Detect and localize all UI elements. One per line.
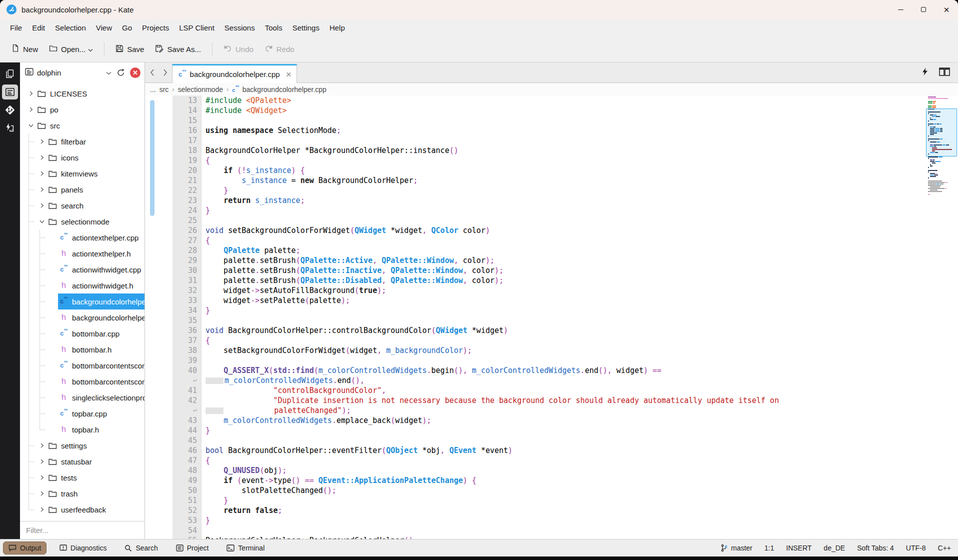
tree-item-bottombarcontentscont[interactable]: hbottombarcontentscont…	[20, 374, 144, 390]
tree-item-icons[interactable]: icons	[20, 150, 144, 166]
tree-item-bottombar-cpp[interactable]: c++bottombar.cpp	[20, 326, 144, 342]
chevron-right-icon[interactable]	[37, 187, 47, 192]
menu-item-help[interactable]: Help	[324, 22, 350, 34]
panel-button-output[interactable]: Output	[3, 542, 46, 554]
tree-item-userfeedback[interactable]: userfeedback	[20, 502, 144, 518]
chevron-right-icon[interactable]	[26, 91, 36, 96]
menu-item-edit[interactable]: Edit	[27, 22, 50, 34]
status-syntax-mode[interactable]: C++	[938, 544, 951, 552]
status-tab-settings[interactable]: Soft Tabs: 4	[857, 544, 894, 552]
chevron-right-icon[interactable]	[37, 507, 47, 512]
tree-item-tests[interactable]: tests	[20, 470, 144, 486]
close-project-button[interactable]: ✕	[130, 68, 140, 78]
menu-item-selection[interactable]: Selection	[50, 22, 91, 34]
tree-item-actiontexthelper-cpp[interactable]: c++actiontexthelper.cpp	[20, 230, 144, 246]
tree-item-search[interactable]: search	[20, 198, 144, 214]
minimap-scrollbar[interactable]	[928, 96, 955, 196]
tree-item-statusbar[interactable]: statusbar	[20, 454, 144, 470]
menu-item-view[interactable]: View	[91, 22, 117, 34]
status-cursor-position[interactable]: 1:1	[764, 544, 774, 552]
tree-item-selectionmode[interactable]: selectionmode	[20, 214, 144, 230]
tree-item-bottombarcontentscont[interactable]: c++bottombarcontentscont…	[20, 358, 144, 374]
status-encoding[interactable]: UTF-8	[906, 544, 926, 552]
tree-item-backgroundcolorhelper-h[interactable]: hbackgroundcolorhelper.h	[20, 310, 144, 326]
open-dropdown-chevron-icon[interactable]	[88, 45, 93, 54]
tab-backgroundcolorhelper[interactable]: c++ backgroundcolorhelper.cpp ×	[172, 64, 297, 83]
minimap-viewport[interactable]	[926, 108, 957, 156]
maximize-button[interactable]	[912, 0, 935, 19]
status-label: Soft Tabs: 4	[857, 544, 894, 552]
tree-item-po[interactable]: po	[20, 102, 144, 118]
menu-item-lsp-client[interactable]: LSP Client	[174, 22, 220, 34]
chevron-right-icon[interactable]	[37, 491, 47, 496]
menu-item-sessions[interactable]: Sessions	[220, 22, 260, 34]
status-dictionary[interactable]: de_DE	[824, 544, 845, 552]
status-git-branch[interactable]: master	[720, 544, 752, 552]
chevron-right-icon[interactable]	[26, 107, 36, 112]
history-forward-button[interactable]	[159, 65, 171, 80]
tree-item-actionwithwidget-h[interactable]: hactionwithwidget.h	[20, 278, 144, 294]
chevron-right-icon[interactable]	[37, 203, 47, 208]
chevron-right-icon[interactable]	[37, 155, 47, 160]
undo-button[interactable]: Undo	[219, 41, 258, 57]
menu-item-go[interactable]: Go	[117, 22, 137, 34]
quick-open-lightning-icon[interactable]	[922, 68, 928, 78]
panel-button-search[interactable]: Search	[120, 542, 162, 554]
status-input-mode[interactable]: INSERT	[786, 544, 812, 552]
rail-lsp-button[interactable]	[2, 120, 18, 136]
tab-close-icon[interactable]: ×	[286, 70, 292, 79]
chevron-right-icon[interactable]	[37, 459, 47, 464]
open-button[interactable]: Open...	[44, 41, 98, 57]
redo-button[interactable]: Redo	[260, 41, 299, 57]
rail-copy-button[interactable]	[2, 66, 18, 82]
filter-input[interactable]	[25, 526, 140, 535]
breadcrumb-segment-src[interactable]: src	[160, 86, 169, 94]
split-view-icon[interactable]	[939, 68, 950, 78]
panel-button-terminal[interactable]: Terminal	[222, 542, 270, 554]
rail-git-button[interactable]	[2, 102, 18, 118]
tree-item-topbar-cpp[interactable]: c++topbar.cpp	[20, 406, 144, 422]
tree-item-src[interactable]: src	[20, 118, 144, 134]
menu-item-projects[interactable]: Projects	[137, 22, 174, 34]
project-selector[interactable]: dolphin	[37, 68, 102, 77]
close-button[interactable]: ✕	[935, 0, 958, 19]
tree-item-backgroundcolorhelper-c[interactable]: c++backgroundcolorhelper.c…	[20, 294, 144, 310]
panel-button-diagnostics[interactable]: Diagnostics	[54, 542, 112, 554]
code-editor[interactable]: 13#include <QPalette>14#include <QWidget…	[145, 96, 958, 539]
menu-bar: FileEditSelectionViewGoProjectsLSP Clien…	[0, 19, 958, 36]
chevron-right-icon[interactable]	[37, 171, 47, 176]
new-button[interactable]: New	[7, 40, 42, 58]
project-dropdown-chevron-icon[interactable]	[106, 68, 112, 77]
refresh-button[interactable]	[115, 68, 126, 77]
tree-item-settings[interactable]: settings	[20, 438, 144, 454]
tree-item-label: bottombar.cpp	[72, 330, 120, 338]
menu-item-settings[interactable]: Settings	[288, 22, 324, 34]
tree-item-actiontexthelper-h[interactable]: hactiontexthelper.h	[20, 246, 144, 262]
chevron-down-icon[interactable]	[26, 123, 36, 128]
minimize-button[interactable]	[889, 0, 912, 19]
save-button[interactable]: Save	[111, 41, 148, 58]
menu-item-file[interactable]: File	[5, 22, 27, 34]
rail-project-button[interactable]	[2, 84, 18, 100]
tree-item-trash[interactable]: trash	[20, 486, 144, 502]
breadcrumb-ellipsis[interactable]: ...	[150, 86, 156, 94]
chevron-right-icon[interactable]	[37, 475, 47, 480]
history-back-button[interactable]	[146, 65, 158, 80]
tree-item-panels[interactable]: panels	[20, 182, 144, 198]
breadcrumb-segment-file[interactable]: backgroundcolorhelper.cpp	[242, 86, 326, 94]
tree-item-singleclickselectionproxy[interactable]: hsingleclickselectionproxy…	[20, 390, 144, 406]
tree-item-kitemviews[interactable]: kitemviews	[20, 166, 144, 182]
panel-button-project[interactable]: Project	[171, 542, 214, 554]
tree-item-filterbar[interactable]: filterbar	[20, 134, 144, 150]
menu-item-tools[interactable]: Tools	[260, 22, 288, 34]
tree-item-actionwithwidget-cpp[interactable]: c++actionwithwidget.cpp	[20, 262, 144, 278]
editor-scroll-thumb[interactable]	[150, 100, 154, 216]
breadcrumb-segment-selectionmode[interactable]: selectionmode	[178, 86, 223, 94]
tree-item-licenses[interactable]: LICENSES	[20, 86, 144, 102]
chevron-right-icon[interactable]	[37, 443, 47, 448]
tree-item-topbar-h[interactable]: htopbar.h	[20, 422, 144, 438]
save-as-button[interactable]: Save As...	[150, 41, 206, 58]
chevron-right-icon[interactable]	[37, 139, 47, 144]
chevron-down-icon[interactable]	[37, 219, 47, 224]
tree-item-bottombar-h[interactable]: hbottombar.h	[20, 342, 144, 358]
